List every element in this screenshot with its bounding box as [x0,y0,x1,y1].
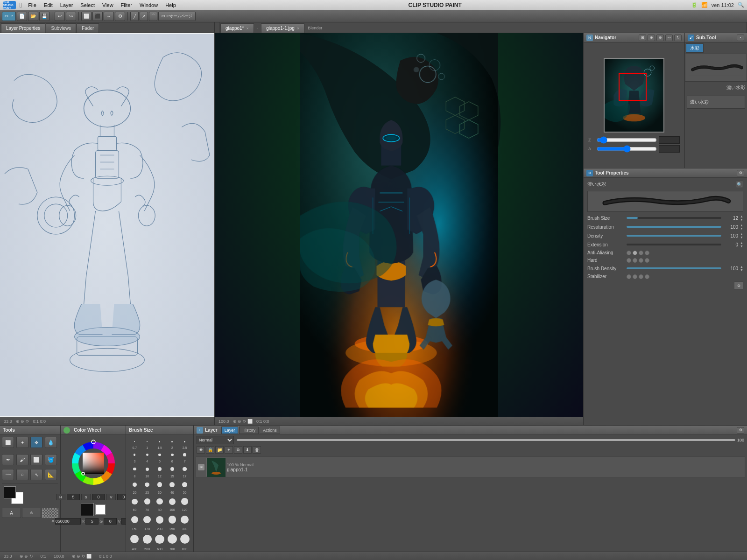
extension-down[interactable]: ▼ [740,245,743,248]
toolbar-home-page-btn[interactable]: CLIPホームページ [158,12,196,21]
brush-size-cell-700[interactable]: 700 [166,532,178,551]
menu-item-window[interactable]: Window [136,1,161,9]
stab-option-1[interactable] [627,274,631,279]
brush-size-cell-1[interactable]: 1 [141,438,153,449]
tool-lasso[interactable]: ∿ [30,469,42,480]
tab-subviews[interactable]: Subviews [46,23,76,33]
angle-value[interactable]: 0.0 [659,145,680,153]
color-mode-v[interactable]: V [106,494,116,500]
toolbar-btn-open[interactable]: 📂 [28,12,38,21]
brush-size-cell-30[interactable]: 30 [154,479,166,494]
hard-option-1[interactable] [627,258,631,263]
brush-size-cell-250[interactable]: 250 [166,512,178,530]
brush-size-cell-60[interactable]: 60 [129,495,141,512]
hex-input[interactable] [55,518,81,525]
brush-size-cell-300[interactable]: 300 [179,512,190,530]
toolbar-btn-undo[interactable]: ↩ [55,12,65,21]
brush-size-cell-800[interactable]: 800 [179,532,190,551]
subtool-tab-watercolor[interactable]: 水彩 [686,43,704,53]
brush-search-btn[interactable]: 🔍 [736,181,743,188]
menu-item-view[interactable]: View [99,1,117,9]
brush-density-spinbtn[interactable]: ▲ ▼ [740,265,743,272]
layer-new[interactable]: + [225,446,233,454]
layer-eye-toggle[interactable]: 👁 [197,446,205,454]
brush-size-cell-2[interactable]: 2 [166,438,178,449]
tab-canvas-left[interactable]: giappo1* × [220,23,254,33]
tool-auto-selection[interactable]: ✦ [16,437,28,448]
tool-selection[interactable]: ⬜ [2,437,14,448]
navigator-photo-btn[interactable]: ⊞ [639,35,646,41]
tab-canvas-center[interactable]: giappo1-1.jpg × [261,23,304,33]
tool-blend[interactable]: 〰 [2,469,14,480]
navigator-flip-btn[interactable]: ⇔ [665,35,673,41]
layer-new-folder[interactable]: 📁 [215,446,224,454]
color-bg-swatch[interactable] [95,504,106,515]
extension-up[interactable]: ▲ [740,241,743,245]
menu-item-file[interactable]: File [25,1,40,9]
toolbar-btn-select[interactable]: ⬛ [92,12,103,21]
resaturation-slider[interactable] [627,226,721,228]
tab-close-center[interactable]: × [297,26,299,31]
layer-merge[interactable]: ⬇ [243,446,252,454]
blend-mode-select[interactable]: Normal [197,436,234,444]
color-r-input[interactable] [85,518,99,525]
brush-size-cell-40[interactable]: 40 [166,479,178,494]
tool-eraser[interactable]: ⬜ [30,454,42,465]
tab-fader[interactable]: Fader [77,23,99,33]
toolbar-btn-save[interactable]: 💾 [39,12,49,21]
brush-density-up[interactable]: ▲ [740,265,743,268]
tool-props-gear-btn[interactable]: ⚙ [734,281,743,290]
brush-size-cell-15[interactable]: 15 [166,464,178,478]
layer-delete[interactable]: 🗑 [253,446,261,454]
opacity-slider[interactable] [237,439,735,441]
brush-size-cell-4[interactable]: 4 [141,450,153,463]
stab-option-4[interactable] [645,274,649,279]
toolbar-btn-settings[interactable]: ⚙ [115,12,125,21]
brush-size-cell-3[interactable]: 3 [129,450,141,463]
menu-item-filter[interactable]: Filter [118,1,135,9]
toolbar-btn-pen1[interactable]: ╱ [130,12,139,21]
hard-option-4[interactable] [645,258,649,263]
layer-lock[interactable]: 🔒 [206,446,214,454]
brush-size-cell-80[interactable]: 80 [154,495,166,512]
text-tool-btn[interactable]: A [2,508,21,518]
color-mode-s[interactable]: S [81,494,91,500]
layer-item-1[interactable]: 👁 100 % Normal giappo1-1 [196,456,745,478]
brush-size-cell-1.5[interactable]: 1.5 [154,438,166,449]
menu-item-edit[interactable]: Edit [41,1,56,9]
brush-size-cell-8[interactable]: 8 [129,464,141,478]
layer-tab-history[interactable]: History [239,427,259,434]
tool-move[interactable]: ✥ [30,437,42,448]
brush-list-item[interactable]: 濃い水彩 [687,96,745,109]
layer-tab-actions[interactable]: Actions [260,427,280,434]
resaturation-spinbtn[interactable]: ▲ ▼ [740,224,743,230]
layer-settings-btn[interactable]: ⚙ [737,427,744,434]
brush-size-cell-170[interactable]: 170 [141,512,153,530]
angle-slider[interactable] [597,146,657,152]
subtool-close-btn[interactable]: × [737,35,744,41]
brush-size-cell-120[interactable]: 120 [179,495,190,512]
toolbar-btn-home[interactable]: CLIP [2,12,16,21]
navigator-preview[interactable] [604,58,664,133]
tool-pen[interactable]: ✒ [2,454,14,465]
tool-brush[interactable]: 🖌 [16,454,28,465]
density-slider[interactable] [627,235,721,237]
menu-item-help[interactable]: Help [162,1,179,9]
tool-ruler[interactable]: 📐 [45,469,57,480]
color-fg-swatch[interactable] [81,503,94,516]
extension-slider[interactable] [627,244,721,245]
artwork-canvas[interactable] [215,33,583,417]
layer-eye-1[interactable]: 👁 [198,464,204,470]
brush-size-up[interactable]: ▲ [740,215,743,218]
navigator-zoom-out-btn[interactable]: ⊖ [656,35,664,41]
brush-size-cell-2.5[interactable]: 2.5 [179,438,190,449]
zoom-value[interactable]: 100.0 [659,136,680,144]
tool-bucket[interactable]: 🪣 [45,454,57,465]
color-g-input[interactable] [104,518,117,525]
brush-size-down[interactable]: ▼ [740,218,743,221]
tool-props-settings-btn[interactable]: ⚙ [737,170,744,176]
tool-dodge[interactable]: ○ [16,469,28,480]
density-up[interactable]: ▲ [740,232,743,236]
brush-size-cell-150[interactable]: 150 [129,512,141,530]
density-spinbtn[interactable]: ▲ ▼ [740,232,743,239]
